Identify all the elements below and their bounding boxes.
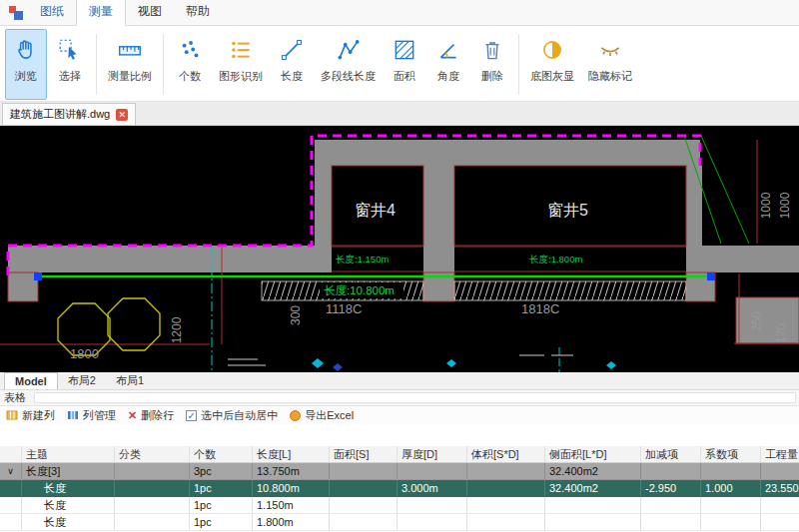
tab-layout2[interactable]: 布局2 [58, 372, 106, 389]
table-row[interactable]: 长度1pc1.800m [0, 514, 799, 531]
tool-area[interactable]: 面积 [384, 29, 425, 100]
column-header[interactable]: 分类 [115, 446, 190, 462]
menu-tab-view[interactable]: 视图 [126, 0, 174, 25]
tool-polyline-length[interactable]: 多段线长度 [315, 29, 382, 100]
table-cell[interactable] [701, 514, 761, 530]
tool-hide-marks[interactable]: 隐藏标记 [582, 29, 638, 100]
table-cell[interactable] [398, 463, 467, 479]
table-toolbar: 新建列 列管理 ✕ 删除行 ✓ 选中后自动居中 导出Excel [0, 406, 799, 424]
table-cell[interactable]: 13.750m [253, 463, 330, 479]
tool-length[interactable]: 长度 [271, 29, 313, 100]
table-cell[interactable] [467, 514, 545, 530]
column-manage-button[interactable]: 列管理 [67, 408, 116, 423]
row-expander-icon[interactable]: ∨ [0, 463, 22, 479]
table-cell[interactable] [641, 497, 701, 513]
table-cell[interactable]: 3.000m [398, 480, 467, 496]
column-header[interactable]: 厚度[D] [398, 446, 467, 462]
table-cell[interactable] [115, 480, 190, 496]
column-header[interactable]: 长度[L] [253, 446, 330, 462]
column-header[interactable]: 工程量 [761, 446, 799, 462]
table-cell[interactable]: 1.800m [253, 514, 330, 530]
menu-tab-help[interactable]: 帮助 [174, 0, 222, 25]
tool-measure-scale[interactable]: 测量比例 [102, 29, 158, 100]
table-cell[interactable] [467, 463, 545, 479]
column-header-expander[interactable] [0, 446, 22, 462]
column-header[interactable]: 加减项 [641, 446, 701, 462]
row-expander-icon[interactable] [0, 514, 22, 530]
table-cell[interactable] [545, 514, 641, 530]
column-header[interactable]: 体积[S*D] [467, 446, 545, 462]
table-cell[interactable] [641, 463, 701, 479]
tool-angle[interactable]: 角度 [427, 29, 469, 100]
table-cell[interactable]: 3pc [190, 463, 253, 479]
row-expander-icon[interactable] [0, 497, 22, 513]
column-header[interactable]: 个数 [190, 446, 253, 462]
menu-tab-measure[interactable]: 测量 [76, 0, 126, 26]
table-cell[interactable] [761, 514, 799, 530]
tab-layout1[interactable]: 布局1 [106, 372, 154, 389]
row-expander-icon[interactable] [0, 480, 22, 496]
table-cell[interactable]: 长度 [22, 514, 115, 530]
column-header[interactable]: 主题 [22, 446, 115, 462]
table-cell[interactable]: 10.800m [253, 480, 330, 496]
table-cell[interactable]: -2.950 [641, 480, 701, 496]
table-cell[interactable] [761, 497, 799, 513]
close-icon[interactable]: ✕ [116, 109, 128, 121]
document-tab[interactable]: 建筑施工图讲解.dwg ✕ [2, 103, 136, 125]
table-row[interactable]: ∨长度[3]3pc13.750m32.400m2 [0, 463, 799, 480]
table-cell[interactable] [398, 514, 467, 530]
table-cell[interactable] [545, 497, 641, 513]
tool-gray-base[interactable]: 底图灰显 [524, 29, 580, 100]
table-cell[interactable] [701, 463, 761, 479]
table-cell[interactable]: 23.550 [761, 480, 799, 496]
table-cell[interactable]: 长度[3] [22, 463, 115, 479]
table-cell[interactable]: 1.150m [253, 497, 330, 513]
table-cell[interactable] [115, 463, 190, 479]
auto-center-option[interactable]: ✓ 选中后自动居中 [186, 408, 278, 423]
tool-browse[interactable]: 浏览 [5, 29, 47, 100]
table-row[interactable]: 长度1pc10.800m3.000m32.400m2-2.9501.00023.… [0, 480, 799, 497]
table-cell[interactable]: 1.000 [701, 480, 761, 496]
table-cell[interactable] [115, 497, 190, 513]
table-cell[interactable] [330, 497, 398, 513]
measure-handle-left[interactable] [34, 272, 42, 280]
table-cell[interactable] [761, 463, 799, 479]
table-cell[interactable] [330, 514, 398, 530]
table-row[interactable]: 长度1pc1.150m [0, 497, 799, 514]
table-cell[interactable] [467, 480, 545, 496]
table-cell[interactable]: 32.400m2 [545, 480, 641, 496]
tool-delete[interactable]: 删除 [471, 29, 513, 100]
app-logo-icon [8, 5, 24, 21]
table-cell[interactable]: 长度 [22, 480, 115, 496]
auto-center-checkbox[interactable]: ✓ [186, 410, 197, 421]
column-header[interactable]: 面积[S] [330, 446, 398, 462]
table-cell[interactable] [701, 497, 761, 513]
new-column-button[interactable]: 新建列 [6, 408, 55, 423]
measurement-table: 主题分类个数长度[L]面积[S]厚度[D]体积[S*D]侧面积[L*D]加减项系… [0, 446, 799, 531]
tool-count[interactable]: 个数 [169, 29, 211, 100]
table-cell[interactable] [330, 480, 398, 496]
export-excel-button[interactable]: 导出Excel [290, 408, 354, 423]
table-cell[interactable]: 长度 [22, 497, 115, 513]
table-cell[interactable]: 1pc [190, 497, 253, 513]
column-header[interactable]: 侧面积[L*D] [545, 446, 641, 462]
table-cell[interactable]: 32.400m2 [545, 463, 641, 479]
table-cell[interactable] [115, 514, 190, 530]
table-cell[interactable]: 1pc [190, 480, 253, 496]
menu-tab-drawing[interactable]: 图纸 [28, 0, 76, 25]
panel-grip[interactable] [34, 392, 796, 403]
measure-handle-right[interactable] [707, 272, 715, 280]
table-cell[interactable] [641, 514, 701, 530]
tab-model[interactable]: Model [4, 372, 58, 389]
tool-shape-recognition[interactable]: 图形识别 [213, 29, 269, 100]
table-cell[interactable] [467, 497, 545, 513]
tool-select[interactable]: 选择 [49, 29, 91, 100]
table-cell[interactable] [330, 463, 398, 479]
column-header[interactable]: 系数项 [701, 446, 761, 462]
document-tab-bar: 建筑施工图讲解.dwg ✕ [0, 102, 799, 126]
dimension-label: 1000 [759, 192, 773, 219]
drawing-canvas[interactable]: 窗井4 窗井5 长度:1.150m 长度:1.800m 长度:10.800m 1… [0, 126, 799, 372]
table-cell[interactable] [398, 497, 467, 513]
delete-row-button[interactable]: ✕ 删除行 [128, 408, 174, 423]
table-cell[interactable]: 1pc [190, 514, 253, 530]
